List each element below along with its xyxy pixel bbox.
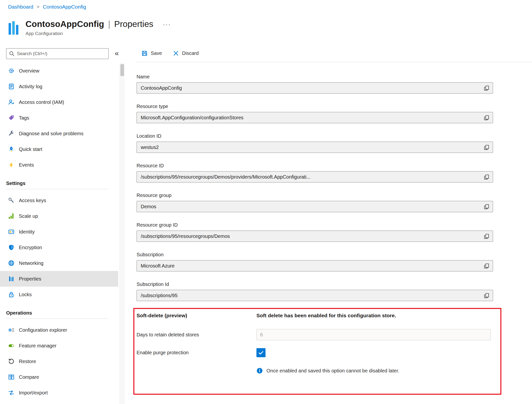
field-label: Subscription Id bbox=[137, 281, 493, 287]
field-textbox: /subscriptions/95/resourcegroups/Demos bbox=[137, 231, 493, 242]
soft-delete-section: Soft-delete (preview) Soft delete has be… bbox=[133, 308, 501, 395]
purge-protection-checkbox[interactable] bbox=[256, 348, 266, 357]
breadcrumb-dashboard-link[interactable]: Dashboard bbox=[8, 4, 33, 10]
purge-protection-row: Enable purge protection bbox=[134, 348, 500, 357]
copy-button[interactable] bbox=[480, 290, 493, 301]
sidebar-item-events[interactable]: Events bbox=[0, 157, 118, 173]
field-subscription: Subscription Microsoft Azure bbox=[137, 252, 493, 271]
sidebar-item-feature-manager[interactable]: Feature manager bbox=[0, 338, 118, 354]
activity-log-icon bbox=[8, 83, 14, 90]
sidebar-item-label: Tags bbox=[19, 115, 29, 121]
discard-x-icon bbox=[173, 50, 179, 56]
copy-icon bbox=[484, 204, 489, 209]
breadcrumb: Dashboard > ContosoAppConfig bbox=[8, 4, 86, 10]
retention-days-label: Days to retain deleted stores bbox=[137, 332, 256, 338]
field-name: Name ContosoAppConfig bbox=[137, 74, 493, 94]
resource-type-subtitle: App Configuration bbox=[25, 31, 171, 36]
search-input[interactable] bbox=[17, 51, 106, 56]
field-value: Microsoft.AppConfiguration/configuration… bbox=[137, 115, 480, 121]
properties-fields: Name ContosoAppConfig Resource type Micr… bbox=[137, 74, 493, 311]
copy-button[interactable] bbox=[480, 142, 493, 153]
sidebar-item-scale-up[interactable]: Scale up bbox=[0, 208, 118, 224]
sidebar-item-activity-log[interactable]: Activity log bbox=[0, 79, 118, 94]
sidebar-item-label: Configuration explorer bbox=[19, 327, 67, 333]
access-control-person-icon bbox=[8, 99, 14, 105]
sidebar-item-access-keys[interactable]: Access keys bbox=[0, 193, 118, 208]
sidebar-item-restore[interactable]: Restore bbox=[0, 354, 118, 369]
sidebar-item-label: Compare bbox=[19, 374, 39, 380]
sidebar-item-tags[interactable]: Tags bbox=[0, 110, 118, 126]
title-separator: | bbox=[108, 19, 110, 29]
field-label: Subscription bbox=[137, 252, 493, 257]
sidebar-search bbox=[6, 48, 109, 59]
info-icon bbox=[256, 367, 263, 374]
soft-delete-header-row: Soft-delete (preview) Soft delete has be… bbox=[134, 312, 500, 319]
copy-icon bbox=[484, 145, 489, 150]
save-button[interactable]: Save bbox=[141, 50, 173, 56]
copy-icon bbox=[484, 115, 489, 121]
sidebar-scrollbar[interactable] bbox=[119, 63, 125, 404]
sidebar-item-configuration-explorer[interactable]: Configuration explorer bbox=[0, 322, 118, 338]
field-value: Microsoft Azure bbox=[137, 263, 480, 269]
field-resource-group-id: Resource group ID /subscriptions/95/reso… bbox=[137, 222, 493, 242]
field-value: ContosoAppConfig bbox=[137, 85, 480, 91]
copy-button[interactable] bbox=[480, 171, 493, 182]
gear-list-icon bbox=[8, 327, 14, 333]
sidebar-item-access-control[interactable]: Access control (IAM) bbox=[0, 94, 118, 110]
field-textbox: /subscriptions/95 bbox=[137, 290, 493, 301]
globe-icon bbox=[8, 260, 14, 266]
scrollbar-thumb[interactable] bbox=[120, 64, 124, 76]
sidebar-item-overview[interactable]: Overview bbox=[0, 63, 118, 79]
copy-button[interactable] bbox=[480, 231, 493, 242]
collapse-sidebar-button[interactable]: « bbox=[115, 49, 119, 57]
field-textbox: Demos bbox=[137, 201, 493, 212]
scale-up-bars-icon bbox=[8, 213, 14, 219]
copy-icon bbox=[484, 233, 489, 239]
breadcrumb-resource-link[interactable]: ContosoAppConfig bbox=[43, 4, 86, 10]
copy-button[interactable] bbox=[480, 260, 493, 271]
field-label: Resource group bbox=[137, 192, 493, 198]
sidebar-item-label: Overview bbox=[19, 68, 39, 74]
sidebar-item-label: Identity bbox=[19, 229, 35, 235]
sidebar-item-label: Access keys bbox=[19, 198, 46, 203]
sidebar-section-settings: Settings bbox=[0, 178, 118, 189]
retention-days-input bbox=[256, 329, 491, 340]
import-export-arrows-icon bbox=[8, 390, 14, 396]
field-resource-group: Resource group Demos bbox=[137, 192, 493, 212]
sidebar-item-label: Diagnose and solve problems bbox=[19, 131, 84, 136]
sidebar-item-properties[interactable]: Properties bbox=[0, 271, 118, 287]
checkmark-icon bbox=[258, 350, 264, 356]
wrench-icon bbox=[8, 130, 14, 137]
field-value: /subscriptions/95/resourcegroups/Demos bbox=[137, 233, 480, 239]
sidebar-item-label: Networking bbox=[19, 260, 43, 266]
lock-icon bbox=[8, 291, 14, 298]
sidebar-item-locks[interactable]: Locks bbox=[0, 287, 118, 302]
sidebar-item-label: Restore bbox=[19, 359, 36, 364]
field-value: Demos bbox=[137, 204, 480, 209]
sidebar-item-label: Locks bbox=[19, 292, 32, 297]
sidebar-item-networking[interactable]: Networking bbox=[0, 255, 118, 271]
copy-icon bbox=[484, 293, 489, 298]
copy-button[interactable] bbox=[480, 112, 493, 123]
field-value: /subscriptions/95/resourcegroups/Demos/p… bbox=[137, 174, 480, 180]
sidebar-item-quick-start[interactable]: Quick start bbox=[0, 141, 118, 157]
sidebar-item-compare[interactable]: Compare bbox=[0, 369, 118, 385]
sidebar-item-import-export[interactable]: Import/export bbox=[0, 385, 118, 401]
save-disk-icon bbox=[141, 50, 148, 56]
field-textbox: /subscriptions/95/resourcegroups/Demos/p… bbox=[137, 171, 493, 183]
more-options-button[interactable]: ··· bbox=[163, 20, 171, 28]
lightning-icon bbox=[8, 162, 14, 168]
field-value: westus2 bbox=[137, 145, 480, 150]
sidebar-item-label: Feature manager bbox=[19, 343, 56, 349]
sidebar-item-diagnose[interactable]: Diagnose and solve problems bbox=[0, 126, 118, 141]
info-message: Once enabled and saved this option canno… bbox=[256, 367, 491, 374]
tag-icon bbox=[8, 115, 14, 121]
sidebar-item-encryption[interactable]: Encryption bbox=[0, 240, 118, 255]
copy-button[interactable] bbox=[480, 201, 493, 212]
app-configuration-icon bbox=[8, 21, 19, 36]
sidebar-item-identity[interactable]: Identity bbox=[0, 224, 118, 240]
save-label: Save bbox=[151, 50, 162, 56]
resource-name: ContosoAppConfig bbox=[25, 19, 104, 29]
copy-button[interactable] bbox=[480, 83, 493, 93]
discard-button[interactable]: Discard bbox=[173, 50, 210, 56]
